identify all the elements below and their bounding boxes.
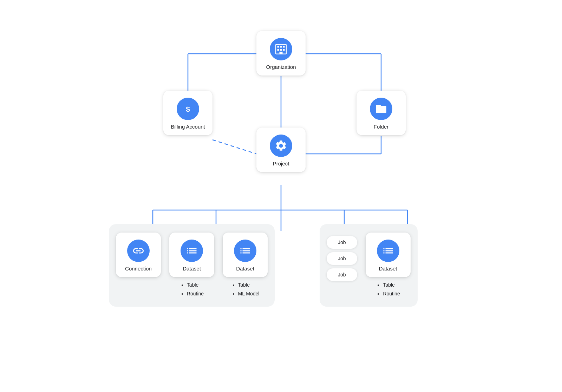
organization-node: Organization xyxy=(256,31,306,76)
svg-line-7 xyxy=(213,140,256,154)
job-pill-1: Job xyxy=(327,236,357,249)
project-label: Project xyxy=(273,161,289,166)
project-icon-svg xyxy=(275,139,287,152)
folder-node: Folder xyxy=(357,91,406,135)
dataset1-item-1: Table xyxy=(187,281,204,289)
folder-icon-svg xyxy=(375,103,387,115)
svg-rect-19 xyxy=(277,49,279,51)
svg-rect-21 xyxy=(283,49,285,51)
project-node: Project xyxy=(256,128,306,172)
svg-rect-17 xyxy=(280,46,282,48)
svg-rect-16 xyxy=(277,46,279,48)
dataset1-icon xyxy=(181,240,203,262)
dataset3-item-1: Table xyxy=(383,281,400,289)
dataset1-node: Dataset xyxy=(169,233,214,277)
project-icon xyxy=(270,135,292,157)
dataset3-label: Dataset xyxy=(379,266,397,272)
billing-node: $ Billing Account xyxy=(163,91,213,135)
dataset1-icon-svg xyxy=(185,244,198,257)
dataset1-items: Table Routine xyxy=(180,281,204,298)
connectors-svg xyxy=(88,24,474,368)
dataset2-icon xyxy=(234,240,256,262)
svg-text:$: $ xyxy=(186,105,190,113)
organization-icon xyxy=(270,38,292,60)
connection-node: Connection xyxy=(116,233,161,277)
folder-icon xyxy=(370,98,392,120)
dataset3-node: Dataset xyxy=(366,233,411,277)
org-icon-svg xyxy=(275,43,287,55)
svg-rect-18 xyxy=(283,46,285,48)
svg-rect-20 xyxy=(280,49,282,51)
dataset2-item-1: Table xyxy=(238,281,260,289)
dataset2-node: Dataset xyxy=(223,233,268,277)
dataset2-items: Table ML Model xyxy=(231,281,260,298)
billing-label: Billing Account xyxy=(171,124,205,130)
organization-label: Organization xyxy=(266,64,296,70)
job-pill-2: Job xyxy=(327,252,357,265)
left-group-box: Connection Dataset Table Routine xyxy=(109,224,275,307)
jobs-column: Job Job Job xyxy=(327,236,357,281)
job-pill-3: Job xyxy=(327,268,357,281)
dataset1-label: Dataset xyxy=(183,266,201,272)
billing-icon: $ xyxy=(177,98,199,120)
dataset2-icon-svg xyxy=(239,244,251,257)
dataset2-group: Dataset Table ML Model xyxy=(223,233,268,298)
right-group-box: Job Job Job Dataset Table Routine xyxy=(320,224,418,307)
dataset1-group: Dataset Table Routine xyxy=(169,233,214,298)
connection-label: Connection xyxy=(125,266,152,272)
connection-icon xyxy=(127,240,150,262)
diagram-wrapper: Organization $ Billing Account Folder xyxy=(88,24,474,368)
dataset3-item-2: Routine xyxy=(383,289,400,298)
billing-icon-svg: $ xyxy=(182,103,194,115)
folder-label: Folder xyxy=(374,124,389,130)
dataset3-items: Table Routine xyxy=(376,281,400,298)
dataset3-icon xyxy=(377,240,399,262)
svg-rect-22 xyxy=(280,52,283,54)
dataset2-item-2: ML Model xyxy=(238,289,260,298)
dataset1-item-2: Routine xyxy=(187,289,204,298)
dataset2-label: Dataset xyxy=(236,266,254,272)
dataset3-group: Dataset Table Routine xyxy=(366,233,411,298)
connection-icon-svg xyxy=(132,244,145,257)
dataset3-icon-svg xyxy=(382,244,394,257)
